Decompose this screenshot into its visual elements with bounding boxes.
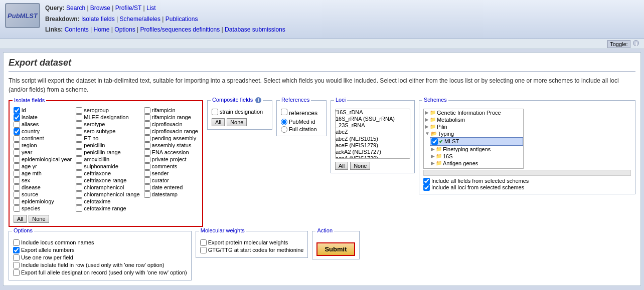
field-ciprofloxacin[interactable]: ciprofloxacin [144,121,198,128]
loci-option[interactable]: '16S_rDNA [336,109,410,116]
composite-info-icon[interactable]: i [255,97,261,103]
cb-cipro-range[interactable] [144,128,150,135]
field-epidemiology[interactable]: epidemiology [14,198,72,205]
field-serogroup[interactable]: serogroup [76,107,139,114]
horizontal-scrollbar[interactable] [423,170,631,176]
loci-list[interactable]: '16S_rDNA 16S_rRNA (SSU_rRNA) _23S_rRNA … [335,109,410,159]
loci-option[interactable]: 16S_rRNA (SSU_rRNA) [336,116,410,122]
field-cefotaxime[interactable]: cefotaxime [76,198,139,205]
loci-none-button[interactable]: None [350,162,370,170]
cb-source[interactable] [14,191,20,198]
cb-year[interactable] [14,149,20,156]
loci-option[interactable]: ackA2 (NEIS1727) [336,149,410,155]
rb-full-citation[interactable] [281,126,287,133]
cb-mlee[interactable] [76,114,82,121]
link-home[interactable]: Home [94,26,110,33]
cb-curator[interactable] [144,177,150,184]
cb-isolate[interactable] [14,114,20,121]
opt-export-full-allele[interactable]: Export full allele designation record (u… [13,269,187,276]
loci-option[interactable]: abcZ (NEIS1015) [336,136,410,142]
field-et-no[interactable]: ET no [76,135,139,142]
tree-antigen-genes[interactable]: ▶ 📁 Antigen genes [430,160,523,167]
field-id[interactable]: id [14,107,72,114]
field-source[interactable]: source [14,191,72,198]
radio-pubmed[interactable]: PubMed id [281,119,322,125]
cb-include-all-loci[interactable] [423,184,430,191]
cb-date-entered[interactable] [144,184,150,191]
field-species[interactable]: species [14,205,72,212]
tree-mlst[interactable]: ✔ MLST [430,137,523,146]
cb-aliases[interactable] [14,121,20,128]
link-options[interactable]: Options [114,26,135,33]
loci-option[interactable]: _23S_rRNA [336,122,410,129]
cb-chloramphenicol[interactable] [76,184,82,191]
query-search-link[interactable]: Search [66,5,85,12]
field-sender[interactable]: sender [144,170,198,177]
field-references[interactable]: references [281,110,317,117]
cb-epid-year[interactable] [14,156,20,163]
loci-option[interactable]: abcZ [336,129,410,135]
field-pending-assembly[interactable]: pending assembly [144,135,198,142]
link-profiles[interactable]: Profiles/sequences definitions [140,26,220,33]
cb-private-project[interactable] [144,156,150,163]
cb-strain-designation[interactable] [212,109,218,115]
field-cipro-range[interactable]: ciprofloxacin range [144,128,198,135]
field-country[interactable]: country [14,128,72,135]
cb-penicillin-range[interactable] [76,149,82,156]
field-ceftriaxone-range[interactable]: ceftriaxone range [76,177,139,184]
cb-include-isolate-field[interactable] [13,262,20,268]
cb-ciprofloxacin[interactable] [144,121,150,128]
field-age-mth[interactable]: age mth [14,170,72,177]
field-curator[interactable]: curator [144,177,198,184]
field-assembly-status[interactable]: assembly status [144,142,198,149]
cb-include-locus-names[interactable] [13,239,20,246]
field-amoxicillin[interactable]: amoxicillin [76,156,139,163]
toggle-icon[interactable]: i [633,40,639,46]
query-list-link[interactable]: List [146,5,156,12]
submit-button[interactable]: Submit [316,242,355,256]
cb-assembly-status[interactable] [144,142,150,149]
field-year[interactable]: year [14,149,72,156]
field-chloramphenicol-range[interactable]: chloramphenicol range [76,191,139,198]
cb-pending-assembly[interactable] [144,135,150,142]
cb-mlst[interactable] [431,138,438,145]
cb-country[interactable] [14,128,20,135]
tree-genetic-info[interactable]: ▶ 📁 Genetic Information Proce [424,109,523,116]
query-browse-link[interactable]: Browse [90,5,110,12]
tree-typing[interactable]: ▼ 📂 Typing [424,130,523,137]
cb-species[interactable] [14,205,20,212]
field-sulphonamide[interactable]: sulphonamide [76,163,139,170]
breakdown-isolate-link[interactable]: Isolate fields [81,16,115,23]
cb-sender[interactable] [144,170,150,177]
field-continent[interactable]: continent [14,135,72,142]
opt-include-isolate-field[interactable]: Include isolate field in row (used only … [13,262,187,268]
loci-option[interactable]: aceF (NEIS1279) [336,142,410,149]
cb-sex[interactable] [14,177,20,184]
opt-gtg-ttg[interactable]: GTG/TTG at start codes for methionine [200,247,304,253]
composite-all-button[interactable]: All [212,118,225,126]
loci-option[interactable]: acnA (NEIS1729) [336,155,410,159]
cb-export-full-allele[interactable] [13,269,20,276]
field-cefotaxime-range[interactable]: cefotaxime range [76,205,139,212]
rb-pubmed[interactable] [281,119,287,125]
radio-full-citation[interactable]: Full citation [281,126,322,133]
field-epid-year[interactable]: epidemiological year [14,156,72,163]
schemes-tree[interactable]: ▶ 📁 Genetic Information Proce ▶ 📁 Metabo… [423,109,524,169]
cb-rifampicin[interactable] [144,107,150,114]
opt-include-locus-names[interactable]: Include locus common names [13,239,187,246]
cb-region[interactable] [14,142,20,149]
field-date-entered[interactable]: date entered [144,184,198,191]
cb-ceftriaxone-range[interactable] [76,177,82,184]
field-mlee[interactable]: MLEE designation [76,114,139,121]
composite-none-button[interactable]: None [227,118,247,126]
breakdown-publications-link[interactable]: Publications [166,16,198,23]
field-chloramphenicol[interactable]: chloramphenicol [76,184,139,191]
cb-epidemiology[interactable] [14,198,20,205]
cb-gtg-ttg[interactable] [200,247,207,253]
tree-16s[interactable]: ▶ 📁 16S [430,153,523,160]
cb-cefotaxime[interactable] [76,198,82,205]
link-contents[interactable]: Contents [65,26,89,33]
cb-datestamp[interactable] [144,191,150,198]
isolate-all-button[interactable]: All [14,215,27,223]
opt-one-row[interactable]: Use one row per field [13,254,187,261]
